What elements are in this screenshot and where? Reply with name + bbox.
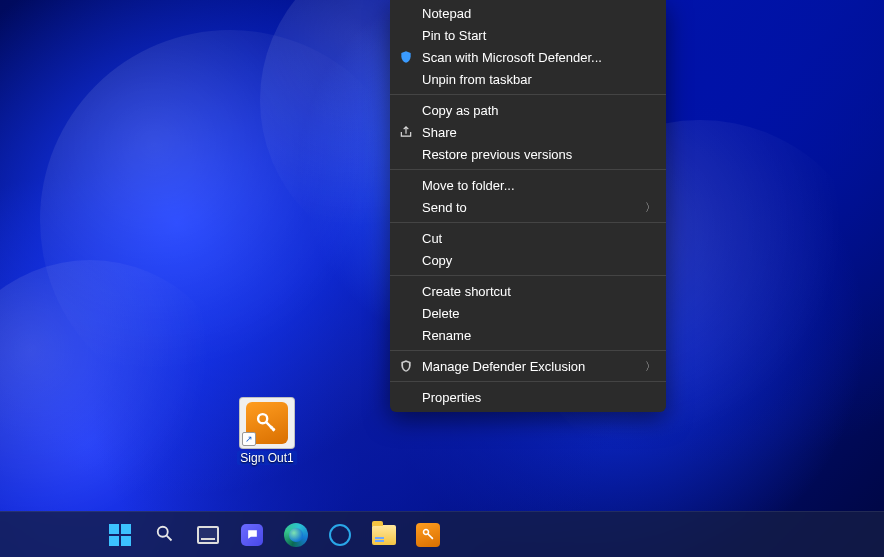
menu-item-label: Copy bbox=[422, 253, 452, 268]
menu-separator bbox=[390, 381, 666, 382]
svg-point-0 bbox=[258, 414, 267, 423]
taskbar-center-group bbox=[104, 512, 444, 557]
menu-item-label: Cut bbox=[422, 231, 442, 246]
menu-item-label: Create shortcut bbox=[422, 284, 511, 299]
svg-point-1 bbox=[158, 526, 168, 536]
start-button[interactable] bbox=[104, 519, 136, 551]
start-icon bbox=[109, 524, 131, 546]
shortcut-label: Sign Out1 bbox=[237, 451, 296, 465]
menu-item-label: Share bbox=[422, 125, 457, 140]
menu-item-label: Delete bbox=[422, 306, 460, 321]
taskbar bbox=[0, 511, 884, 557]
share-icon bbox=[398, 124, 414, 140]
edge-icon bbox=[284, 523, 308, 547]
menu-item-label: Unpin from taskbar bbox=[422, 72, 532, 87]
menu-separator bbox=[390, 169, 666, 170]
context-menu: Notepad Pin to Start Scan with Microsoft… bbox=[390, 0, 666, 412]
shortcut-icon-frame: ↗ bbox=[239, 397, 295, 449]
menu-item-pin-to-start[interactable]: Pin to Start bbox=[390, 24, 666, 46]
menu-item-create-shortcut[interactable]: Create shortcut bbox=[390, 280, 666, 302]
search-button[interactable] bbox=[148, 519, 180, 551]
menu-item-label: Notepad bbox=[422, 6, 471, 21]
menu-item-label: Pin to Start bbox=[422, 28, 486, 43]
menu-item-label: Rename bbox=[422, 328, 471, 343]
menu-item-label: Copy as path bbox=[422, 103, 499, 118]
cortana-button[interactable] bbox=[324, 519, 356, 551]
menu-item-copy[interactable]: Copy bbox=[390, 249, 666, 271]
menu-item-label: Restore previous versions bbox=[422, 147, 572, 162]
desktop-shortcut-signout[interactable]: ↗ Sign Out1 bbox=[234, 397, 300, 465]
menu-item-properties[interactable]: Properties bbox=[390, 386, 666, 408]
menu-item-scan-defender[interactable]: Scan with Microsoft Defender... bbox=[390, 46, 666, 68]
menu-separator bbox=[390, 275, 666, 276]
menu-item-move-to-folder[interactable]: Move to folder... bbox=[390, 174, 666, 196]
menu-item-label: Send to bbox=[422, 200, 467, 215]
menu-item-manage-defender-exclusion[interactable]: Manage Defender Exclusion 〉 bbox=[390, 355, 666, 377]
taskview-button[interactable] bbox=[192, 519, 224, 551]
menu-separator bbox=[390, 94, 666, 95]
menu-item-send-to[interactable]: Send to 〉 bbox=[390, 196, 666, 218]
chevron-right-icon: 〉 bbox=[645, 359, 656, 374]
shield-icon bbox=[398, 49, 414, 65]
cortana-icon bbox=[329, 524, 351, 546]
search-icon bbox=[154, 523, 174, 547]
chevron-right-icon: 〉 bbox=[645, 200, 656, 215]
folder-icon bbox=[372, 525, 396, 545]
chat-icon bbox=[241, 524, 263, 546]
menu-item-label: Properties bbox=[422, 390, 481, 405]
menu-item-rename[interactable]: Rename bbox=[390, 324, 666, 346]
menu-item-notepad[interactable]: Notepad bbox=[390, 2, 666, 24]
chat-button[interactable] bbox=[236, 519, 268, 551]
menu-separator bbox=[390, 350, 666, 351]
menu-separator bbox=[390, 222, 666, 223]
menu-item-label: Move to folder... bbox=[422, 178, 515, 193]
shortcut-arrow-icon: ↗ bbox=[242, 432, 256, 446]
menu-item-delete[interactable]: Delete bbox=[390, 302, 666, 324]
menu-item-label: Scan with Microsoft Defender... bbox=[422, 50, 602, 65]
svg-point-3 bbox=[423, 530, 428, 535]
menu-item-share[interactable]: Share bbox=[390, 121, 666, 143]
file-explorer-button[interactable] bbox=[368, 519, 400, 551]
key-icon bbox=[416, 523, 440, 547]
signout-app-button[interactable] bbox=[412, 519, 444, 551]
menu-item-restore-versions[interactable]: Restore previous versions bbox=[390, 143, 666, 165]
svg-line-2 bbox=[167, 535, 172, 540]
menu-item-label: Manage Defender Exclusion bbox=[422, 359, 585, 374]
edge-button[interactable] bbox=[280, 519, 312, 551]
menu-item-cut[interactable]: Cut bbox=[390, 227, 666, 249]
menu-item-copy-as-path[interactable]: Copy as path bbox=[390, 99, 666, 121]
taskview-icon bbox=[197, 526, 219, 544]
menu-item-unpin-taskbar[interactable]: Unpin from taskbar bbox=[390, 68, 666, 90]
defender-icon bbox=[398, 358, 414, 374]
